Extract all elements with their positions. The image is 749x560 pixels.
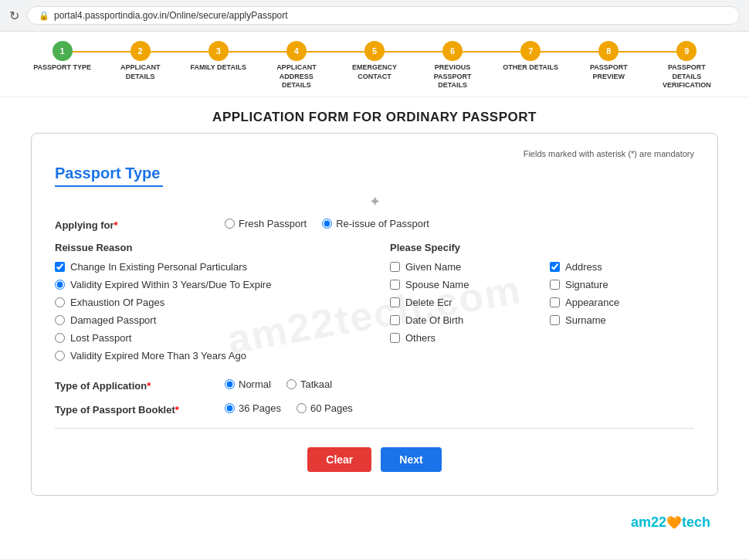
others-item[interactable]: Others	[390, 332, 534, 344]
delete-ecr-label: Delete Ecr	[405, 297, 452, 308]
surname-checkbox[interactable]	[550, 315, 560, 325]
validity-expired-3-item[interactable]: Validity Expired Within 3 Years/Due To E…	[55, 279, 359, 290]
tatkaal-option[interactable]: Tatkaal	[286, 378, 332, 390]
step-label-8: PASSPORT PREVIEW	[578, 63, 639, 81]
step-label-9: PASSPORT DETAILS VERIFICATION	[656, 63, 717, 90]
step-circle-7: 7	[520, 41, 541, 61]
address-label: Address	[565, 261, 602, 273]
step-circle-6: 6	[442, 41, 463, 61]
step-9[interactable]: 9PASSPORT DETAILS VERIFICATION	[648, 41, 726, 90]
signature-checkbox[interactable]	[550, 280, 560, 290]
validity-expired-3-radio[interactable]	[55, 280, 65, 290]
reissue-passport-option[interactable]: Re-issue of Passport	[322, 218, 429, 229]
lost-radio[interactable]	[55, 333, 65, 343]
step-label-1: PASSPORT TYPE	[33, 63, 91, 73]
brand-emoji: 🧡	[666, 516, 682, 529]
button-row: Clear Next	[55, 447, 694, 472]
applying-for-row: Applying for* Fresh Passport Re-issue of…	[55, 218, 694, 231]
fresh-passport-radio[interactable]	[225, 219, 235, 229]
signature-item[interactable]: Signature	[550, 279, 694, 290]
applying-for-label: Applying for*	[55, 218, 225, 231]
appearance-checkbox[interactable]	[550, 297, 560, 307]
reissue-passport-radio[interactable]	[322, 219, 332, 229]
given-name-checkbox[interactable]	[390, 262, 400, 272]
type-of-application-label: Type of Application*	[55, 378, 225, 392]
exhaustion-item[interactable]: Exhaustion Of Pages	[55, 297, 359, 308]
delete-ecr-checkbox[interactable]	[390, 297, 400, 307]
validity-expired-more-item[interactable]: Validity Expired More Than 3 Years Ago	[55, 350, 359, 361]
refresh-icon[interactable]: ↻	[9, 8, 19, 23]
60pages-option[interactable]: 60 Pages	[297, 402, 353, 414]
damaged-radio[interactable]	[55, 315, 65, 325]
clear-button[interactable]: Clear	[307, 447, 371, 472]
address-checkbox[interactable]	[550, 262, 560, 272]
change-particulars-checkbox[interactable]	[55, 262, 65, 272]
step-2[interactable]: 2APPLICANT DETAILS	[101, 41, 179, 81]
change-particulars-label: Change In Existing Personal Particulars	[70, 261, 247, 273]
fresh-passport-option[interactable]: Fresh Passport	[225, 218, 307, 229]
validity-expired-more-label: Validity Expired More Than 3 Years Ago	[70, 350, 246, 361]
step-circle-5: 5	[364, 41, 385, 61]
required-marker: *	[114, 219, 118, 231]
spouse-name-checkbox[interactable]	[390, 280, 400, 290]
step-label-6: PREVIOUS PASSPORT DETAILS	[422, 63, 483, 90]
step-4[interactable]: 4APPLICANT ADDRESS DETAILS	[257, 41, 335, 90]
damaged-item[interactable]: Damaged Passport	[55, 314, 359, 326]
step-circle-4: 4	[286, 41, 307, 61]
change-particulars-item[interactable]: Change In Existing Personal Particulars	[55, 261, 359, 273]
page-content: 1PASSPORT TYPE2APPLICANT DETAILS3FAMILY …	[0, 32, 749, 559]
step-7[interactable]: 7OTHER DETAILS	[492, 41, 570, 73]
step-circle-8: 8	[598, 41, 619, 61]
fresh-passport-label: Fresh Passport	[239, 218, 307, 229]
type-of-booklet-label: Type of Passport Booklet*	[55, 402, 225, 416]
two-col-section: Reissue Reason Change In Existing Person…	[55, 242, 694, 368]
reissue-reason-col: Reissue Reason Change In Existing Person…	[55, 242, 374, 368]
delete-ecr-item[interactable]: Delete Ecr	[390, 297, 534, 308]
date-of-birth-item[interactable]: Date Of Birth	[390, 314, 534, 326]
step-6[interactable]: 6PREVIOUS PASSPORT DETAILS	[414, 41, 492, 90]
normal-radio[interactable]	[225, 379, 235, 389]
exhaustion-radio[interactable]	[55, 297, 65, 307]
tatkaal-radio[interactable]	[286, 379, 297, 389]
60pages-radio[interactable]	[297, 403, 307, 413]
spouse-name-label: Spouse Name	[405, 279, 469, 290]
step-1[interactable]: 1PASSPORT TYPE	[23, 41, 101, 73]
step-label-4: APPLICANT ADDRESS DETAILS	[266, 63, 327, 90]
step-label-3: FAMILY DETAILS	[191, 63, 246, 73]
appearance-item[interactable]: Appearance	[550, 297, 694, 308]
step-circle-2: 2	[130, 41, 151, 61]
reissue-passport-label: Re-issue of Passport	[336, 218, 429, 229]
section-divider	[55, 185, 163, 187]
form-card: am22tech.com Fields marked with asterisk…	[31, 133, 718, 496]
step-label-5: EMERGENCY CONTACT	[344, 63, 405, 81]
spouse-name-item[interactable]: Spouse Name	[390, 279, 534, 290]
type-of-booklet-row: Type of Passport Booklet* 36 Pages 60 Pa…	[55, 402, 694, 416]
validity-expired-more-radio[interactable]	[55, 351, 65, 361]
step-circle-3: 3	[208, 41, 229, 61]
given-name-label: Given Name	[405, 261, 461, 273]
others-label: Others	[405, 332, 436, 344]
type-of-application-options: Normal Tatkaal	[225, 378, 332, 390]
36pages-option[interactable]: 36 Pages	[225, 402, 281, 414]
next-button[interactable]: Next	[381, 447, 441, 472]
60pages-label: 60 Pages	[310, 402, 353, 414]
36pages-radio[interactable]	[225, 403, 235, 413]
type-of-booklet-options: 36 Pages 60 Pages	[225, 402, 353, 414]
normal-option[interactable]: Normal	[225, 378, 271, 390]
browser-chrome: ↻ 🔒 portal4.passportindia.gov.in/Online/…	[0, 0, 749, 32]
section-title: Passport Type	[55, 165, 694, 182]
step-label-2: APPLICANT DETAILS	[110, 63, 171, 81]
address-item[interactable]: Address	[550, 261, 694, 273]
step-5[interactable]: 5EMERGENCY CONTACT	[335, 41, 413, 81]
surname-item[interactable]: Surname	[550, 314, 694, 326]
validity-expired-3-label: Validity Expired Within 3 Years/Due To E…	[70, 279, 271, 290]
step-circle-9: 9	[676, 41, 696, 61]
given-name-item[interactable]: Given Name	[390, 261, 534, 273]
others-checkbox[interactable]	[390, 333, 400, 343]
date-of-birth-checkbox[interactable]	[390, 315, 400, 325]
step-8[interactable]: 8PASSPORT PREVIEW	[570, 41, 648, 81]
lost-item[interactable]: Lost Passport	[55, 332, 359, 344]
step-3[interactable]: 3FAMILY DETAILS	[179, 41, 257, 73]
progress-stepper: 1PASSPORT TYPE2APPLICANT DETAILS3FAMILY …	[0, 32, 749, 97]
address-bar[interactable]: 🔒 portal4.passportindia.gov.in/Online/se…	[27, 6, 740, 25]
